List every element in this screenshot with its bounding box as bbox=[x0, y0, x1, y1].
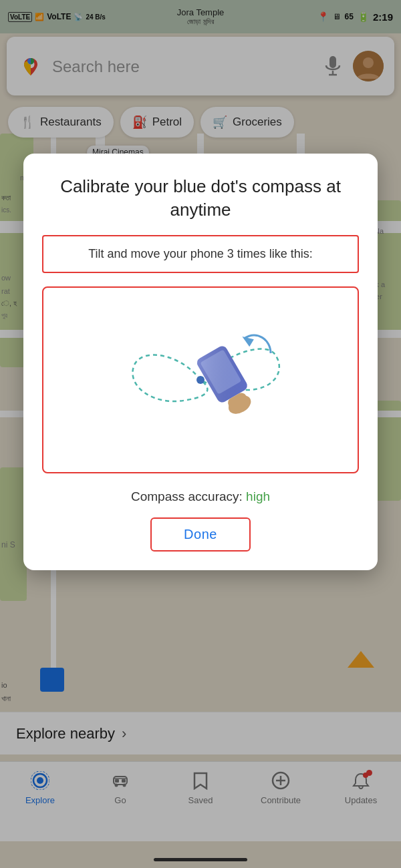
svg-point-42 bbox=[196, 376, 205, 384]
calibrate-dialog: Calibrate your blue dot's compass at any… bbox=[23, 154, 378, 570]
compass-animation bbox=[43, 288, 358, 472]
accuracy-row: Compass accuracy: high bbox=[42, 489, 359, 504]
dialog-overlay: Calibrate your blue dot's compass at any… bbox=[0, 0, 401, 868]
accuracy-label: Compass accuracy: bbox=[131, 489, 243, 503]
dialog-title: Calibrate your blue dot's compass at any… bbox=[42, 175, 359, 222]
done-button[interactable]: Done bbox=[150, 517, 251, 552]
dialog-instruction-box: Tilt and move your phone 3 times like th… bbox=[42, 235, 359, 273]
done-button-wrapper: Done bbox=[42, 517, 359, 552]
accuracy-value: high bbox=[246, 489, 270, 503]
dialog-instruction-text: Tilt and move your phone 3 times like th… bbox=[88, 247, 313, 260]
dialog-image-box bbox=[42, 286, 359, 473]
